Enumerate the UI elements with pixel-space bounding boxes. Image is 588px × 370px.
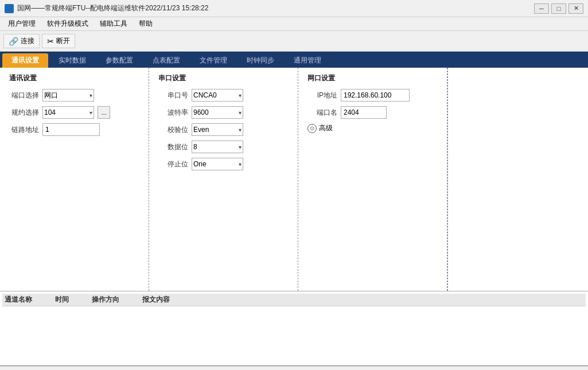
toolbar: 🔗 连接 ✂ 断开 [0,31,588,52]
advanced-row[interactable]: ⊙ 高级 [307,123,438,133]
port-select-wrap: 网口 串口 USB [42,89,94,102]
ip-address-row: IP地址 [307,89,438,102]
baud-rate-row: 波特率 9600 19200 38400 115200 [158,106,289,119]
protocol-select[interactable]: 104 101 DNP [42,106,94,119]
port-select[interactable]: 网口 串口 USB [42,89,94,102]
baud-rate-select[interactable]: 9600 19200 38400 115200 [192,106,243,119]
close-button[interactable]: ✕ [568,3,583,14]
disconnect-button[interactable]: ✂ 断开 [42,34,75,48]
stopbits-select-wrap: One Two [192,158,243,170]
net-port-label: 端口名 [307,108,337,118]
connect-label: 连接 [21,36,34,46]
port-label: 端口选择 [9,91,39,100]
ip-address-label: IP地址 [307,91,337,100]
link-address-input[interactable] [42,123,100,136]
serial-port-select[interactable]: CNCA0 COM1 COM2 [192,89,243,102]
tab-comm-settings[interactable]: 通讯设置 [2,53,48,68]
tab-file-management[interactable]: 文件管理 [190,53,236,68]
link-address-row: 链路地址 [9,123,139,136]
tab-clock-sync[interactable]: 时钟同步 [237,53,283,68]
network-settings-title: 网口设置 [307,73,438,83]
port-selection-row: 端口选择 网口 串口 USB [9,89,139,102]
databits-select[interactable]: 8 7 [192,141,243,153]
tab-bar: 通讯设置 实时数据 参数配置 点表配置 文件管理 时钟同步 通用管理 [0,52,588,68]
tab-realtime-data[interactable]: 实时数据 [49,53,95,68]
comm-settings-panel: 通讯设置 端口选择 网口 串口 USB 规约选择 104 101 DNP ... [0,68,149,291]
net-port-row: 端口名 [307,106,438,119]
log-direction-header: 操作方向 [92,295,119,305]
parity-select-wrap: Even Odd None [192,123,243,136]
title-bar: 国网——常规终端FTU--配电终端运维软件2022/11/23 15:28:22… [0,0,588,17]
menu-bar: 用户管理 软件升级模式 辅助工具 帮助 [0,17,588,31]
maximize-button[interactable]: □ [551,3,566,14]
net-port-input[interactable] [341,106,387,119]
tab-general-management[interactable]: 通用管理 [285,53,330,68]
network-settings-panel: 网口设置 IP地址 端口名 ⊙ 高级 [298,68,447,291]
right-panel-empty [447,68,588,291]
parity-select[interactable]: Even Odd None [192,123,243,136]
serial-settings-title: 串口设置 [158,73,289,83]
stopbits-row: 停止位 One Two [158,158,289,170]
menu-upgrade-mode[interactable]: 软件升级模式 [41,17,94,30]
databits-select-wrap: 8 7 [192,141,243,153]
protocol-select-wrap: 104 101 DNP [42,106,94,119]
log-time-header: 时间 [55,295,69,305]
databits-row: 数据位 8 7 [158,141,289,153]
stopbits-select[interactable]: One Two [192,158,243,170]
menu-help[interactable]: 帮助 [133,17,158,30]
menu-user-management[interactable]: 用户管理 [2,17,41,30]
serial-port-select-wrap: CNCA0 COM1 COM2 [192,89,243,102]
disconnect-icon: ✂ [47,37,54,46]
protocol-selection-row: 规约选择 104 101 DNP ... [9,106,139,119]
connect-button[interactable]: 🔗 连接 [3,34,40,48]
protocol-label: 规约选择 [9,108,39,118]
baud-rate-select-wrap: 9600 19200 38400 115200 [192,106,243,119]
log-header: 通道名称 时间 操作方向 报文内容 [2,294,586,306]
tab-point-table[interactable]: 点表配置 [143,53,189,68]
parity-label: 校验位 [158,125,188,135]
baud-rate-label: 波特率 [158,108,188,118]
protocol-config-button[interactable]: ... [98,106,110,119]
comm-settings-title: 通讯设置 [9,73,139,83]
menu-tools[interactable]: 辅助工具 [94,17,133,30]
serial-port-row: 串口号 CNCA0 COM1 COM2 [158,89,289,102]
log-channel-header: 通道名称 [5,295,32,305]
log-content-header: 报文内容 [142,295,170,305]
databits-label: 数据位 [158,142,188,152]
window-controls: ─ □ ✕ [534,3,583,14]
disconnect-label: 断开 [56,36,70,46]
status-bar: 当前通道： 通信状态： 当前用户： 测试工程师 [0,366,588,370]
parity-row: 校验位 Even Odd None [158,123,289,136]
connect-icon: 🔗 [9,37,18,46]
main-content: 通讯设置 端口选择 网口 串口 USB 规约选择 104 101 DNP ... [0,68,588,291]
stopbits-label: 停止位 [158,159,188,169]
minimize-button[interactable]: ─ [534,3,549,14]
link-address-label: 链路地址 [9,125,39,135]
advanced-toggle-icon: ⊙ [307,124,317,133]
serial-port-label: 串口号 [158,91,188,100]
tab-param-config[interactable]: 参数配置 [96,53,142,68]
log-area: 通道名称 时间 操作方向 报文内容 [0,291,588,366]
advanced-label: 高级 [319,123,333,133]
title-left: 国网——常规终端FTU--配电终端运维软件2022/11/23 15:28:22 [5,3,208,13]
serial-settings-panel: 串口设置 串口号 CNCA0 COM1 COM2 波特率 9600 19200 … [149,68,298,291]
app-icon [5,4,14,13]
app-title: 国网——常规终端FTU--配电终端运维软件2022/11/23 15:28:22 [17,3,208,13]
ip-address-input[interactable] [341,89,410,102]
